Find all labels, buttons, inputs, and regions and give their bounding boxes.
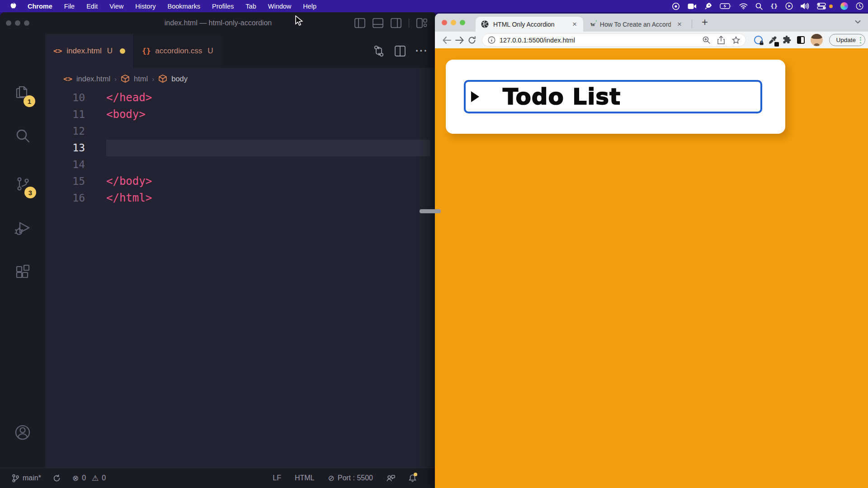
search-icon[interactable]: [14, 127, 32, 145]
new-tab-button[interactable]: +: [698, 15, 712, 29]
menu-history[interactable]: History: [135, 3, 156, 10]
git-branch-item[interactable]: main*: [12, 474, 41, 483]
tab-how-to-create-accordion[interactable]: w’ How To Create an Accordion ×: [585, 17, 688, 32]
code-editor[interactable]: 10</head> 11<body> 12 13 14 15</body> 16…: [45, 89, 436, 468]
minimize-window-button[interactable]: [15, 20, 20, 26]
menu-view[interactable]: View: [109, 3, 123, 10]
feedback-item[interactable]: [387, 474, 395, 482]
tab-search-chevron-icon[interactable]: [855, 20, 861, 24]
toggle-primary-sidebar-icon[interactable]: [354, 18, 365, 28]
site-info-icon[interactable]: [488, 36, 495, 44]
eol-indicator[interactable]: LF: [273, 474, 281, 482]
customize-layout-icon[interactable]: [416, 18, 427, 28]
battery-charging-icon[interactable]: [720, 0, 731, 12]
tab-index-html[interactable]: <> index.html U: [45, 34, 133, 68]
code-line[interactable]: 14: [45, 156, 436, 173]
colorzilla-extension-icon[interactable]: [769, 36, 777, 44]
share-icon[interactable]: [717, 36, 725, 44]
volume-icon[interactable]: [801, 0, 809, 12]
code-line[interactable]: 16</html>: [45, 190, 436, 206]
close-window-button[interactable]: [6, 20, 11, 26]
activity-bar: 1 3 1: [0, 34, 45, 468]
code-braces-icon[interactable]: {}: [770, 0, 778, 12]
privacy-extension-icon[interactable]: [754, 36, 763, 44]
play-circle-icon[interactable]: [785, 0, 793, 12]
menu-window[interactable]: Window: [268, 3, 292, 10]
zoom-window-button[interactable]: [460, 20, 465, 25]
video-camera-icon[interactable]: [688, 0, 697, 12]
close-tab-icon[interactable]: ×: [675, 20, 684, 29]
extensions-icon[interactable]: [14, 263, 32, 282]
apple-menu-icon[interactable]: [10, 2, 17, 10]
reload-icon[interactable]: [466, 36, 478, 44]
source-control-badge: 3: [24, 187, 36, 198]
code-line-active[interactable]: 13: [45, 140, 436, 156]
control-center-icon[interactable]: [817, 0, 826, 12]
breadcrumb-body[interactable]: body: [171, 75, 188, 83]
language-mode[interactable]: HTML: [295, 474, 315, 482]
clock-icon[interactable]: [856, 0, 863, 12]
line-text: [106, 123, 430, 140]
zoom-icon[interactable]: [703, 36, 710, 44]
menu-help[interactable]: Help: [303, 3, 316, 10]
menu-profiles[interactable]: Profiles: [212, 3, 234, 10]
notification-dot: [414, 473, 417, 476]
menu-file[interactable]: File: [64, 3, 75, 10]
tab-html-only-accordion[interactable]: HTML Only Accordion ×: [476, 17, 583, 32]
spotlight-search-icon[interactable]: [755, 0, 763, 12]
address-bar[interactable]: 127.0.0.1:5500/index.html: [482, 33, 746, 47]
accordion-arrow-icon[interactable]: [471, 91, 479, 102]
menu-chrome[interactable]: Chrome: [28, 3, 52, 10]
breadcrumb-html[interactable]: html: [134, 75, 148, 83]
tab-accordion-css[interactable]: {} accordion.css U: [133, 34, 221, 68]
close-tab-icon[interactable]: ×: [571, 20, 579, 29]
rocket-icon[interactable]: [704, 0, 712, 12]
minimize-window-button[interactable]: [451, 20, 456, 25]
open-changes-icon[interactable]: [373, 45, 385, 57]
siri-icon[interactable]: [840, 2, 848, 10]
code-line[interactable]: 10</head>: [45, 89, 436, 106]
line-number: 10: [45, 89, 85, 106]
notifications-item[interactable]: [409, 474, 416, 482]
profile-avatar[interactable]: [811, 34, 823, 46]
chrome-menu-dots-icon[interactable]: [860, 37, 861, 43]
accordion-summary[interactable]: Todo List: [464, 80, 762, 113]
screen-record-icon[interactable]: [672, 0, 680, 12]
toggle-secondary-sidebar-icon[interactable]: [391, 18, 401, 28]
chrome-update-button[interactable]: Update: [829, 34, 865, 46]
modified-dot-icon[interactable]: [120, 48, 125, 54]
split-editor-icon[interactable]: [395, 46, 406, 56]
vscode-window: index.html — html-only-accordion: [0, 12, 436, 488]
live-server-port[interactable]: ⊘ Port : 5500: [328, 474, 373, 483]
sync-item[interactable]: [53, 474, 61, 482]
zoom-window-button[interactable]: [24, 20, 29, 26]
bookmark-star-icon[interactable]: [732, 36, 740, 44]
errors-icon: ⊗: [72, 474, 79, 483]
url-text[interactable]: 127.0.0.1:5500/index.html: [500, 37, 698, 44]
forward-icon[interactable]: [453, 37, 466, 44]
breadcrumb-file[interactable]: index.html: [76, 75, 110, 83]
back-icon[interactable]: [440, 37, 453, 44]
close-window-button[interactable]: [442, 20, 447, 25]
more-actions-icon[interactable]: ···: [415, 45, 428, 57]
window-resize-handle[interactable]: [420, 209, 441, 213]
account-icon[interactable]: [14, 423, 32, 441]
run-debug-icon[interactable]: [14, 219, 32, 237]
dark-reader-extension-icon[interactable]: [797, 36, 805, 44]
menu-bookmarks[interactable]: Bookmarks: [167, 3, 200, 10]
menu-tab[interactable]: Tab: [245, 3, 256, 10]
extensions-puzzle-icon[interactable]: [783, 36, 791, 44]
problems-item[interactable]: ⊗ 0 ⚠ 0: [72, 474, 106, 483]
breadcrumb-separator: ›: [114, 75, 117, 83]
wifi-icon[interactable]: [739, 0, 748, 12]
desktop: Chrome File Edit View History Bookmarks …: [0, 0, 868, 488]
tab-filename: accordion.css: [155, 47, 202, 56]
code-line[interactable]: 15</body>: [45, 173, 436, 190]
menu-edit[interactable]: Edit: [86, 3, 98, 10]
vscode-title-bar[interactable]: index.html — html-only-accordion: [0, 12, 436, 34]
warnings-icon: ⚠: [92, 474, 99, 483]
code-line[interactable]: 12: [45, 123, 436, 140]
breadcrumb[interactable]: <> index.html › html › body: [45, 68, 436, 89]
code-line[interactable]: 11<body>: [45, 106, 436, 123]
toggle-panel-icon[interactable]: [373, 18, 383, 28]
